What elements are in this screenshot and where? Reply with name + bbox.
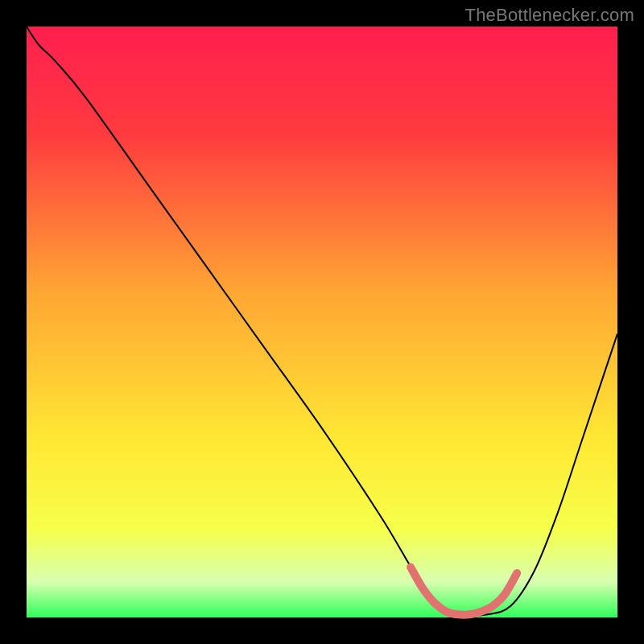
chart-svg	[27, 27, 617, 617]
attribution-text: TheBottlenecker.com	[465, 5, 634, 26]
series-valley-highlight	[411, 568, 517, 615]
series-bottleneck-curve	[27, 27, 617, 616]
curve-layer	[27, 27, 617, 616]
chart-frame	[27, 27, 617, 617]
